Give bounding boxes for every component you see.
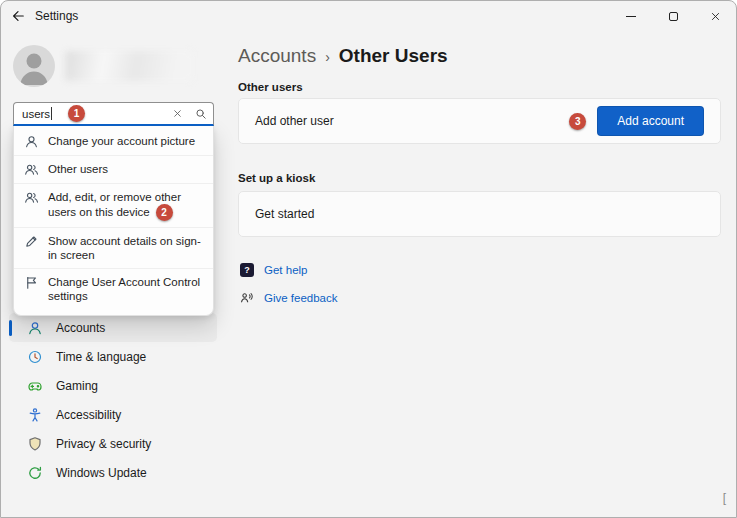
get-help-label: Get help: [264, 264, 307, 276]
annotation-badge-3: 3: [569, 113, 586, 130]
feedback-icon: [240, 291, 254, 305]
get-help-icon: ?: [240, 263, 254, 277]
card-kiosk-get-started[interactable]: Get started: [238, 191, 721, 237]
people-icon: [24, 162, 39, 177]
section-heading-kiosk: Set up a kiosk: [238, 172, 315, 184]
help-links: ? Get help Give feedback: [240, 261, 338, 317]
search-input[interactable]: users 1: [13, 102, 214, 126]
sidebar-item-gaming[interactable]: Gaming: [9, 371, 217, 400]
main-content: Accounts › Other Users Other users Add o…: [238, 31, 721, 517]
get-help-link[interactable]: ? Get help: [240, 261, 338, 279]
pen-icon: [24, 234, 39, 249]
suggestion-label: Other users: [48, 162, 108, 176]
sidebar-item-accounts[interactable]: Accounts: [9, 313, 217, 342]
page-title: Other Users: [339, 45, 448, 67]
text-caret: [51, 107, 52, 120]
give-feedback-label: Give feedback: [264, 292, 338, 304]
clock-icon: [27, 349, 43, 365]
people-add-icon: [24, 190, 39, 205]
clear-search-icon[interactable]: [173, 109, 182, 118]
suggestion-label: Change your account picture: [48, 134, 195, 148]
suggestion-change-account-picture[interactable]: Change your account picture: [14, 128, 213, 155]
suggestion-label: Change User Account Control settings: [48, 275, 203, 303]
breadcrumb-accounts[interactable]: Accounts: [238, 45, 316, 67]
section-heading-other-users: Other users: [238, 81, 303, 93]
settings-window: Settings users 1: [0, 0, 737, 518]
suggestion-add-edit-remove-users[interactable]: Add, edit, or remove other users on this…: [14, 183, 213, 227]
back-arrow-icon: [11, 9, 25, 23]
maximize-button[interactable]: [652, 1, 694, 31]
minimize-icon: [626, 16, 636, 17]
window-controls: [610, 1, 736, 31]
sidebar-item-accessibility[interactable]: Accessibility: [9, 400, 217, 429]
sidebar-item-label: Accessibility: [56, 408, 121, 422]
back-button[interactable]: [1, 1, 35, 31]
sidebar-item-label: Gaming: [56, 379, 98, 393]
sidebar-item-label: Windows Update: [56, 466, 147, 480]
add-other-user-label: Add other user: [255, 114, 334, 128]
update-icon: [27, 465, 43, 481]
annotation-badge-2: 2: [156, 204, 173, 221]
suggestion-other-users[interactable]: Other users: [14, 155, 213, 183]
get-started-label: Get started: [255, 207, 314, 221]
card-add-other-user: Add other user 3 Add account: [238, 98, 721, 144]
suggestion-show-account-details[interactable]: Show account details on sign-in screen: [14, 227, 213, 268]
minimize-button[interactable]: [610, 1, 652, 31]
sidebar-item-time-language[interactable]: Time & language: [9, 342, 217, 371]
give-feedback-link[interactable]: Give feedback: [240, 289, 338, 307]
app-title: Settings: [35, 9, 78, 23]
sidebar-item-label: Accounts: [56, 321, 105, 335]
suggestion-change-uac-settings[interactable]: Change User Account Control settings: [14, 268, 213, 309]
shield-icon: [27, 436, 43, 452]
search-value: users: [22, 108, 50, 120]
sidebar-nav: Accounts Time & language Gaming Accessib…: [9, 313, 217, 487]
person-frame-icon: [24, 134, 39, 149]
search-icon[interactable]: [195, 108, 207, 120]
sidebar-item-privacy-security[interactable]: Privacy & security: [9, 429, 217, 458]
sidebar-item-label: Privacy & security: [56, 437, 151, 451]
accounts-icon: [27, 320, 43, 336]
suggestion-label: Add, edit, or remove other users on this…: [48, 190, 203, 221]
text-cursor-artifact: [: [723, 491, 726, 505]
search-suggestions-dropdown: Change your account picture Other users …: [13, 126, 214, 316]
accessibility-icon: [27, 407, 43, 423]
close-button[interactable]: [694, 1, 736, 31]
suggestion-label: Show account details on sign-in screen: [48, 234, 203, 262]
sidebar-item-windows-update[interactable]: Windows Update: [9, 458, 217, 487]
flag-icon: [24, 275, 39, 290]
breadcrumb-separator-icon: ›: [325, 49, 330, 65]
sidebar-item-label: Time & language: [56, 350, 146, 364]
breadcrumb: Accounts › Other Users: [238, 45, 448, 67]
titlebar: Settings: [1, 1, 736, 31]
user-avatar[interactable]: [13, 45, 55, 87]
gamepad-icon: [27, 378, 43, 394]
close-icon: [710, 11, 721, 22]
add-account-button[interactable]: Add account: [597, 106, 704, 136]
avatar-person-icon: [13, 45, 55, 87]
sidebar: users 1 Change your account picture Othe…: [1, 31, 233, 517]
annotation-badge-1: 1: [68, 105, 85, 122]
user-name-blurred: [65, 51, 193, 81]
maximize-icon: [669, 12, 678, 21]
